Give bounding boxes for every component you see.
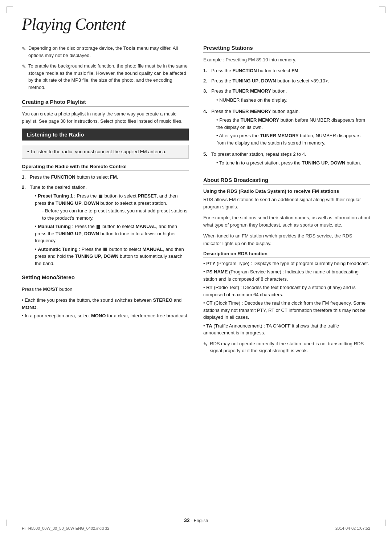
rds-ta: TA (Traffic Announcement) : TA ON/OFF it… — [203, 322, 370, 337]
presetting-step-5-bullet-1: To tune in to a preset station, press th… — [216, 159, 370, 167]
intro-note-1-text: Depending on the disc or storage device,… — [28, 45, 189, 59]
presetting-step-3-num: 3. — [203, 88, 211, 95]
two-column-layout: ✎ Depending on the disc or storage devic… — [22, 45, 370, 359]
step-1-num: 1. — [22, 174, 30, 181]
presetting-step-1-content: Press the FUNCTION button to select FM. — [211, 67, 370, 74]
presetting-step-4: 4. Press the TUNER MEMORY button again. … — [203, 108, 370, 148]
page-number-area: 32 - English — [184, 517, 208, 523]
presetting-intro: Example : Presetting FM 89.10 into memor… — [203, 56, 370, 64]
mono-stereo-section: Setting Mono/Stereo Press the MO/ST butt… — [22, 274, 189, 320]
radio-note-item: To listen to the radio, you must connect… — [27, 148, 183, 155]
note-icon-1: ✎ — [22, 45, 26, 53]
presetting-step-5-bullets: To tune in to a preset station, press th… — [211, 159, 370, 167]
preset-tuning-bullet: Preset Tuning 1 : Press the button to se… — [35, 192, 189, 221]
presetting-step-5-content: To preset another station, repeat steps … — [211, 151, 370, 168]
operating-radio-heading: Operating the Radio with the Remote Cont… — [22, 164, 189, 171]
rds-bullets: PTY (Program Type) : Displays the type o… — [203, 260, 370, 337]
step-2-content: Tune to the desired station. Preset Tuni… — [30, 184, 189, 268]
rds-note-text: RDS may not operate correctly if the sta… — [210, 340, 370, 354]
note-icon-2: ✎ — [22, 63, 26, 70]
presetting-step-3-bullet-1: NUMBER flashes on the display. — [216, 97, 370, 104]
radio-banner: Listening to the Radio — [22, 129, 189, 141]
intro-notes: ✎ Depending on the disc or storage devic… — [22, 45, 189, 91]
rds-para-3: When tuned to an FM station which provid… — [203, 232, 370, 247]
presetting-step-1: 1. Press the FUNCTION button to select F… — [203, 67, 370, 74]
intro-note-2: ✎ To enable the background music functio… — [22, 62, 189, 91]
right-column: Presetting Stations Example : Presetting… — [203, 45, 370, 359]
page-footer: HT-H5500_00W_30_50_50W-ENG_0402.indd 32 … — [0, 526, 392, 530]
rds-description-heading: Description on RDS function — [203, 251, 370, 258]
content-area: Playing Content ✎ Depending on the disc … — [0, 0, 392, 381]
page-number: 32 — [184, 517, 190, 523]
presetting-step-2-num: 2. — [203, 77, 211, 85]
radio-note-list: To listen to the radio, you must connect… — [27, 148, 183, 155]
rds-note: ✎ RDS may not operate correctly if the s… — [203, 340, 370, 354]
square-icon-manual — [97, 225, 100, 229]
preset-sub-bullet-1: Before you can tune to preset stations, … — [42, 207, 189, 221]
presetting-step-4-content: Press the TUNER MEMORY button again. Pre… — [211, 108, 370, 148]
mono-stereo-bullets: Each time you press the button, the soun… — [22, 297, 189, 320]
radio-note-box: To listen to the radio, you must connect… — [22, 145, 189, 159]
photo-playlist-text: You can create a photo playlist in nearl… — [22, 110, 189, 125]
rds-ct: CT (Clock Time) : Decodes the real time … — [203, 300, 370, 321]
corner-mark-tr — [379, 7, 385, 13]
step-2-num: 2. — [22, 184, 30, 191]
footer-left: HT-H5500_00W_30_50_50W-ENG_0402.indd 32 — [22, 526, 109, 530]
presetting-step-4-bullet-2: After you press the TUNER MEMORY button,… — [216, 132, 370, 146]
presetting-step-3-content: Press the TUNER MEMORY button. NUMBER fl… — [211, 88, 370, 105]
presetting-step-5: 5. To preset another station, repeat ste… — [203, 151, 370, 168]
presetting-heading: Presetting Stations — [203, 45, 370, 53]
presetting-step-2: 2. Press the TUNING UP, DOWN button to s… — [203, 77, 370, 85]
step-1-content: Press the FUNCTION button to select FM. — [30, 174, 189, 181]
mono-stereo-heading: Setting Mono/Stereo — [22, 274, 189, 282]
presetting-step-4-num: 4. — [203, 108, 211, 115]
manual-tuning-bullet: Manual Tuning : Press the button to sele… — [35, 223, 189, 244]
mono-stereo-intro: Press the MO/ST button. — [22, 286, 189, 293]
rds-para-1: RDS allows FM stations to send an additi… — [203, 196, 370, 211]
rds-pty: PTY (Program Type) : Displays the type o… — [203, 260, 370, 267]
square-icon-auto — [103, 248, 107, 251]
operating-step-1: 1. Press the FUNCTION button to select F… — [22, 174, 189, 181]
automatic-tuning-bullet: Automatic Tuning : Press the button to s… — [35, 246, 189, 267]
intro-note-2-text: To enable the background music function,… — [28, 62, 189, 91]
rds-section: About RDS Broadcasting Using the RDS (Ra… — [203, 177, 370, 354]
operating-step-2: 2. Tune to the desired station. Preset T… — [22, 184, 189, 268]
step-2-bullets: Preset Tuning 1 : Press the button to se… — [30, 192, 189, 267]
mono-stereo-bullet-2: In a poor reception area, select MONO fo… — [22, 312, 189, 320]
left-column: ✎ Depending on the disc or storage devic… — [22, 45, 189, 321]
presetting-step-2-content: Press the TUNING UP, DOWN button to sele… — [211, 77, 370, 85]
preset-sub-bullets: Before you can tune to preset stations, … — [35, 207, 189, 221]
rds-para-2: For example, the stations send their sta… — [203, 214, 370, 229]
presetting-step-5-num: 5. — [203, 151, 211, 158]
rds-heading: About RDS Broadcasting — [203, 177, 370, 185]
presetting-step-3: 3. Press the TUNER MEMORY button. NUMBER… — [203, 88, 370, 105]
presetting-steps-list: 1. Press the FUNCTION button to select F… — [203, 67, 370, 168]
rds-rt: RT (Radio Text) : Decodes the text broad… — [203, 284, 370, 298]
mono-stereo-bullet-1: Each time you press the button, the soun… — [22, 297, 189, 311]
intro-note-1: ✎ Depending on the disc or storage devic… — [22, 45, 189, 59]
operating-steps-list: 1. Press the FUNCTION button to select F… — [22, 174, 189, 268]
photo-playlist-section: Creating a Photo Playlist You can create… — [22, 99, 189, 125]
page-label: - English — [191, 518, 208, 523]
footer-right: 2014-04-02 1:07:52 — [335, 526, 370, 530]
corner-mark-br — [379, 520, 385, 526]
rds-sub-heading: Using the RDS (Radio Data System) to rec… — [203, 188, 370, 194]
square-icon-preset — [99, 195, 102, 198]
presetting-section: Presetting Stations Example : Presetting… — [203, 45, 370, 168]
corner-mark-bl — [7, 520, 13, 526]
presetting-step-1-num: 1. — [203, 67, 211, 74]
rds-ps: PS NAME (Program Service Name) : Indicat… — [203, 268, 370, 282]
photo-playlist-heading: Creating a Photo Playlist — [22, 99, 189, 107]
presetting-step-4-bullet-1: Press the TUNER MEMORY button before NUM… — [216, 117, 370, 131]
page-title: Playing Content — [22, 15, 370, 34]
corner-mark-tl — [7, 7, 13, 13]
presetting-step-4-bullets: Press the TUNER MEMORY button before NUM… — [211, 117, 370, 146]
rds-note-icon: ✎ — [203, 341, 208, 348]
page-container: Playing Content ✎ Depending on the disc … — [0, 0, 392, 537]
presetting-step-3-bullets: NUMBER flashes on the display. — [211, 97, 370, 104]
